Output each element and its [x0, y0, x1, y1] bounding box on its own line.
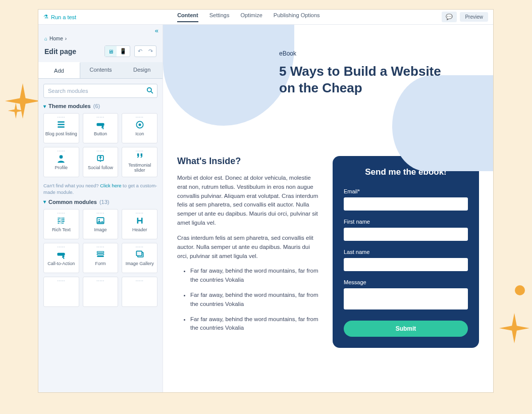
module-button[interactable]: ▪▪▪▪▪Button: [83, 113, 119, 143]
device-toggle[interactable]: 🖥 📱: [104, 45, 130, 57]
module-social-follow[interactable]: ▪▪▪▪▪Social follow: [83, 147, 119, 177]
sidebar-tab-contents[interactable]: Contents: [80, 62, 122, 78]
sidebar-title: Edit page: [44, 47, 104, 56]
module-more-3[interactable]: ▪▪▪▪▪: [122, 277, 157, 307]
list-item: Far far away, behind the word mountains,…: [190, 291, 321, 309]
preview-button[interactable]: Preview: [460, 12, 488, 22]
sidebar-tab-add[interactable]: Add: [38, 62, 80, 78]
search-wrapper: [43, 84, 157, 98]
common-modules-grid: ▪▪▪▪▪Rich Text ▪▪▪▪▪Image ▪▪▪▪▪Header ▪▪…: [43, 209, 157, 307]
module-more-2[interactable]: ▪▪▪▪▪: [83, 277, 119, 307]
mobile-icon[interactable]: 📱: [117, 46, 130, 57]
article-heading: What's Inside?: [177, 156, 321, 167]
svg-rect-15: [97, 255, 103, 257]
breadcrumb-home: Home: [49, 36, 63, 41]
svg-rect-5: [96, 123, 104, 126]
common-modules-count: (13): [99, 199, 110, 205]
sidebar: « ⌂ Home › Edit page 🖥 📱 ↶ ↷ Add Conten: [38, 25, 163, 392]
article-para-1: Morbi et dolor est. Donec at dolor vehic…: [177, 174, 321, 228]
dot-decoration: [515, 285, 525, 295]
undo-icon[interactable]: ↶: [135, 46, 145, 57]
collapse-icon[interactable]: «: [155, 27, 158, 34]
list-item: Far far away, behind the word mountains,…: [190, 315, 321, 333]
main: « ⌂ Home › Edit page 🖥 📱 ↶ ↷ Add Conten: [38, 25, 493, 392]
sidebar-tab-design[interactable]: Design: [121, 62, 163, 78]
first-name-label: First name: [344, 219, 468, 225]
theme-modules-grid: ▪▪▪▪▪Blog post listing ▪▪▪▪▪Button ▪▪▪▪▪…: [43, 113, 157, 177]
chevron-down-icon: ▾: [43, 104, 46, 109]
chevron-down-icon: ▾: [43, 199, 46, 204]
last-name-field[interactable]: [344, 258, 468, 271]
theme-modules-label: Theme modules: [48, 103, 91, 109]
svg-point-8: [60, 155, 63, 159]
svg-rect-3: [58, 124, 65, 125]
article-para-2: Cras interdum felis at sem pharetra, sed…: [177, 234, 321, 261]
last-name-label: Last name: [344, 249, 468, 255]
email-label: Email*: [344, 188, 468, 194]
run-test-button[interactable]: ⚗ Run a test: [43, 14, 76, 20]
svg-rect-4: [58, 126, 65, 128]
first-name-field[interactable]: [344, 228, 468, 241]
theme-modules-count: (6): [93, 103, 100, 109]
search-icon[interactable]: [146, 87, 153, 95]
comment-icon: 💬: [446, 14, 453, 20]
topbar: ⚗ Run a test Content Settings Optimize P…: [38, 10, 493, 25]
svg-rect-13: [97, 251, 103, 253]
module-image[interactable]: ▪▪▪▪▪Image: [83, 209, 119, 239]
article-list: Far far away, behind the word mountains,…: [177, 267, 321, 333]
common-modules-label: Common modules: [48, 199, 97, 205]
hero-eyebrow: eBook: [279, 50, 493, 57]
message-label: Message: [344, 279, 468, 285]
module-cta[interactable]: ▪▪▪▪▪Call-to-Action: [43, 243, 79, 273]
submit-button[interactable]: Submit: [344, 321, 468, 337]
tab-content[interactable]: Content: [177, 12, 198, 22]
module-header[interactable]: ▪▪▪▪▪Header: [122, 209, 157, 239]
svg-point-11: [98, 219, 100, 221]
svg-point-7: [138, 124, 141, 126]
article[interactable]: What's Inside? Morbi et dolor est. Donec…: [177, 156, 321, 348]
svg-point-0: [147, 88, 151, 92]
tab-settings[interactable]: Settings: [209, 12, 230, 22]
home-icon: ⌂: [44, 36, 47, 41]
tab-optimize[interactable]: Optimize: [240, 12, 262, 22]
tab-publishing[interactable]: Publishing Options: [274, 12, 320, 22]
common-modules-header[interactable]: ▾ Common modules (13): [43, 199, 157, 205]
redo-icon[interactable]: ↷: [145, 46, 156, 57]
desktop-icon[interactable]: 🖥: [105, 46, 117, 57]
svg-line-1: [151, 91, 153, 93]
sparkle-decoration-left: [5, 83, 40, 119]
svg-rect-17: [136, 251, 142, 255]
flask-icon: ⚗: [43, 14, 48, 20]
search-input[interactable]: [43, 84, 157, 98]
module-icon[interactable]: ▪▪▪▪▪Icon: [122, 113, 157, 143]
hero-title: 5 Ways to Build a Website on the Cheap: [279, 63, 451, 96]
run-test-label: Run a test: [51, 14, 76, 20]
module-rich-text[interactable]: ▪▪▪▪▪Rich Text: [43, 209, 79, 239]
canvas: eBook 5 Ways to Build a Website on the C…: [163, 25, 493, 392]
app-frame: ⚗ Run a test Content Settings Optimize P…: [38, 9, 494, 393]
svg-rect-12: [58, 252, 65, 255]
comment-button[interactable]: 💬: [442, 12, 457, 22]
sidebar-tabs: Add Contents Design: [38, 62, 163, 79]
module-testimonial[interactable]: ▪▪▪▪▪Testimonial slider: [122, 147, 157, 177]
svg-rect-14: [97, 253, 103, 255]
message-field[interactable]: [344, 288, 468, 309]
sparkle-decoration-right: [499, 313, 529, 343]
theme-modules-header[interactable]: ▾ Theme modules (6): [43, 103, 157, 109]
custom-module-link[interactable]: Click here: [100, 183, 121, 188]
undo-redo: ↶ ↷: [134, 45, 156, 57]
svg-rect-2: [58, 121, 65, 123]
chevron-right-icon: ›: [65, 36, 67, 41]
breadcrumb[interactable]: ⌂ Home ›: [38, 25, 163, 43]
module-form[interactable]: ▪▪▪▪▪Form: [83, 243, 119, 273]
hero-section[interactable]: eBook 5 Ways to Build a Website on the C…: [163, 25, 493, 141]
form-card[interactable]: Send me the ebook! Email* First name Las…: [333, 156, 479, 348]
module-blog-listing[interactable]: ▪▪▪▪▪Blog post listing: [43, 113, 79, 143]
custom-module-hint: Can't find what you need? Click here to …: [43, 182, 157, 196]
module-image-gallery[interactable]: ▪▪▪▪▪Image Gallery: [122, 243, 157, 273]
module-more-1[interactable]: ▪▪▪▪▪: [43, 277, 79, 307]
email-field[interactable]: [344, 197, 468, 211]
list-item: Far far away, behind the word mountains,…: [190, 267, 321, 285]
hero-blob-1: [163, 25, 294, 126]
module-profile[interactable]: ▪▪▪▪▪Profile: [43, 147, 79, 177]
